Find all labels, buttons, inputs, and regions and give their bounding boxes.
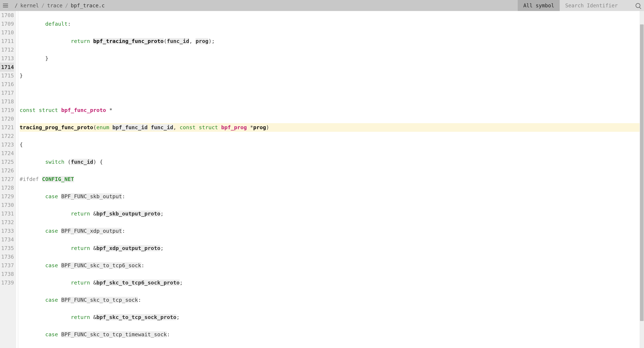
hamburger-icon xyxy=(3,4,8,7)
breadcrumb-root[interactable]: / xyxy=(15,3,18,9)
keyword: enum xyxy=(96,124,109,130)
line-number[interactable]: 1731 xyxy=(0,209,14,218)
line-number[interactable]: 1724 xyxy=(0,149,14,158)
line-number[interactable]: 1738 xyxy=(0,270,14,278)
keyword: struct xyxy=(39,107,58,113)
topbar-right: All symbol xyxy=(518,0,644,11)
identifier[interactable]: bpf_skc_to_tcp_sock_proto xyxy=(96,314,176,320)
line-number[interactable]: 1715 xyxy=(0,71,14,80)
preprocessor: #ifdef xyxy=(20,176,42,182)
line-number[interactable]: 1730 xyxy=(0,201,14,209)
line-number[interactable]: 1725 xyxy=(0,158,14,166)
line-number[interactable]: 1734 xyxy=(0,235,14,244)
keyword: case xyxy=(45,297,58,303)
keyword: switch xyxy=(45,159,64,165)
line-number[interactable]: 1739 xyxy=(0,278,14,287)
identifier[interactable]: func_id xyxy=(167,38,189,44)
topbar: / kernel / trace / bpf_trace.c All symbo… xyxy=(0,0,644,11)
identifier[interactable]: func_id xyxy=(71,159,93,165)
function-def[interactable]: tracing_prog_func_proto xyxy=(20,124,93,130)
line-number[interactable]: 1733 xyxy=(0,227,14,235)
line-number[interactable]: 1723 xyxy=(0,140,14,149)
line-number[interactable]: 1732 xyxy=(0,218,14,227)
line-number[interactable]: 1713 xyxy=(0,54,14,63)
enum-value[interactable]: BPF_FUNC_skb_output xyxy=(61,193,122,200)
keyword: const xyxy=(20,107,36,113)
keyword: return xyxy=(71,38,90,44)
keyword: return xyxy=(71,211,90,217)
line-number[interactable]: 1736 xyxy=(0,253,14,261)
line-number[interactable]: 1735 xyxy=(0,244,14,253)
source-code[interactable]: default: return bpf_tracing_func_proto(f… xyxy=(18,11,644,348)
type-link[interactable]: bpf_func_id xyxy=(112,124,148,130)
line-number[interactable]: 1721 xyxy=(0,123,14,132)
line-number[interactable]: 1708 xyxy=(0,11,14,20)
code-area: 1708 1709 1710 1711 1712 1713 1714 1715 … xyxy=(0,11,644,348)
keyword: return xyxy=(71,280,90,286)
line-number[interactable]: 1710 xyxy=(0,28,14,37)
enum-value[interactable]: BPF_FUNC_skc_to_tcp6_sock xyxy=(61,262,141,269)
line-number[interactable]: 1719 xyxy=(0,106,14,114)
breadcrumb-sep: / xyxy=(65,3,68,9)
search-icon[interactable] xyxy=(636,3,640,8)
search-box xyxy=(560,0,644,11)
scrollbar-thumb[interactable] xyxy=(640,25,644,321)
line-number[interactable]: 1712 xyxy=(0,46,14,54)
enum-value[interactable]: BPF_FUNC_xdp_output xyxy=(61,228,122,234)
keyword: default xyxy=(45,21,68,27)
identifier[interactable]: bpf_skb_output_proto xyxy=(96,211,160,217)
line-number[interactable]: 1711 xyxy=(0,37,14,46)
identifier[interactable]: bpf_xdp_output_proto xyxy=(96,245,160,251)
identifier[interactable]: bpf_skc_to_tcp6_sock_proto xyxy=(96,280,180,286)
keyword: case xyxy=(45,228,58,234)
line-number[interactable]: 1716 xyxy=(0,80,14,89)
search-input[interactable] xyxy=(565,3,634,9)
keyword: case xyxy=(45,331,58,337)
symbol-filter-button[interactable]: All symbol xyxy=(518,0,560,11)
breadcrumb-sep: / xyxy=(42,3,44,9)
line-number-gutter: 1708 1709 1710 1711 1712 1713 1714 1715 … xyxy=(0,11,16,348)
function-call[interactable]: bpf_tracing_func_proto xyxy=(93,38,164,44)
menu-button[interactable] xyxy=(0,0,11,11)
macro-link[interactable]: CONFIG_NET xyxy=(42,176,74,182)
line-number[interactable]: 1717 xyxy=(0,89,14,97)
type-link[interactable]: bpf_prog xyxy=(221,124,247,130)
line-number[interactable]: 1727 xyxy=(0,175,14,184)
breadcrumb-part-0[interactable]: kernel xyxy=(20,3,39,9)
identifier[interactable]: prog xyxy=(253,124,266,130)
line-number[interactable]: 1720 xyxy=(0,114,14,123)
line-number[interactable]: 1709 xyxy=(0,20,14,28)
keyword: return xyxy=(71,245,90,251)
enum-value[interactable]: BPF_FUNC_skc_to_tcp_sock xyxy=(61,297,138,303)
keyword: case xyxy=(45,262,58,269)
line-number[interactable]: 1726 xyxy=(0,166,14,175)
breadcrumb-part-1[interactable]: trace xyxy=(47,3,62,9)
keyword: return xyxy=(71,314,90,320)
keyword: case xyxy=(45,193,58,200)
identifier[interactable]: prog xyxy=(196,38,208,44)
line-number[interactable]: 1737 xyxy=(0,261,14,270)
enum-value[interactable]: BPF_FUNC_skc_to_tcp_timewait_sock xyxy=(61,331,167,337)
type-link[interactable]: bpf_func_proto xyxy=(61,107,106,113)
line-number[interactable]: 1722 xyxy=(0,132,14,140)
breadcrumb: / kernel / trace / bpf_trace.c xyxy=(15,3,105,9)
line-number-highlighted[interactable]: 1714 xyxy=(0,63,14,71)
keyword: struct xyxy=(199,124,218,130)
line-number[interactable]: 1728 xyxy=(0,184,14,192)
breadcrumb-part-2[interactable]: bpf_trace.c xyxy=(71,3,105,9)
line-number[interactable]: 1729 xyxy=(0,192,14,201)
line-number[interactable]: 1718 xyxy=(0,97,14,106)
keyword: const xyxy=(180,124,196,130)
vertical-scrollbar[interactable] xyxy=(640,11,644,348)
identifier[interactable]: func_id xyxy=(151,124,173,130)
